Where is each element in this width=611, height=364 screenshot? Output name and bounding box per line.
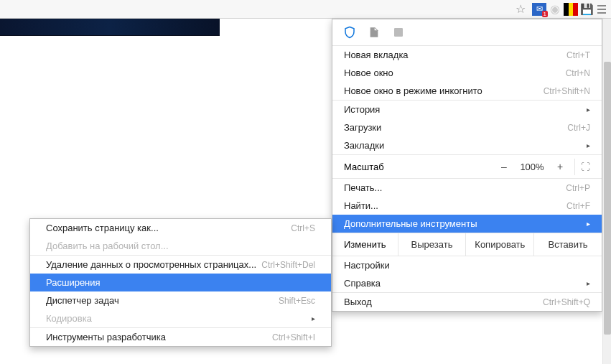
app-icon[interactable] — [391, 25, 406, 39]
save-extension-icon[interactable]: 💾 — [579, 2, 594, 17]
submenu-shortcut: Ctrl+S — [291, 223, 315, 233]
mail-badge: 1 — [542, 11, 548, 17]
fullscreen-icon[interactable]: ⛶ — [574, 159, 596, 175]
menu-find[interactable]: Найти... Ctrl+F — [332, 197, 602, 215]
submenu-encoding: Кодировка — [30, 309, 331, 327]
submenu-label: Сохранить страницу как... — [46, 223, 159, 233]
shield-icon[interactable] — [342, 25, 357, 39]
menu-label: Закладки — [344, 140, 384, 151]
submenu-add-desktop: Добавить на рабочий стол... — [30, 237, 331, 255]
copy-button[interactable]: Копировать — [465, 233, 533, 256]
submenu-devtools[interactable]: Инструменты разработчика Ctrl+Shift+I — [30, 328, 331, 346]
menu-label: Новое окно — [344, 67, 393, 78]
menu-shortcut: Ctrl+N — [566, 68, 590, 78]
submenu-label: Кодировка — [46, 313, 92, 324]
menu-zoom-row: Масштаб – 100% + ⛶ — [332, 155, 602, 178]
menu-downloads[interactable]: Загрузки Ctrl+J — [332, 118, 602, 136]
submenu-label: Удаление данных о просмотренных страница… — [46, 259, 256, 270]
menu-help[interactable]: Справка — [332, 274, 602, 292]
cut-button[interactable]: Вырезать — [398, 233, 466, 256]
submenu-shortcut: Ctrl+Shift+I — [272, 332, 315, 342]
menu-label: Загрузки — [344, 122, 381, 133]
more-tools-submenu: Сохранить страницу как... Ctrl+S Добавит… — [29, 218, 332, 347]
menu-label: История — [344, 104, 380, 115]
submenu-label: Инструменты разработчика — [46, 332, 166, 342]
menu-new-window[interactable]: Новое окно Ctrl+N — [332, 64, 602, 82]
menu-label: Найти... — [344, 200, 378, 211]
submenu-shortcut: Shift+Esc — [279, 296, 315, 306]
menu-label: Настройки — [344, 260, 390, 271]
menu-label: Справка — [344, 278, 381, 289]
browser-toolbar: ☆ ✉ 1 ◉ 💾 — [0, 0, 611, 19]
flag-extension-icon[interactable] — [564, 2, 578, 17]
mail-extension-icon[interactable]: ✉ 1 — [532, 3, 546, 16]
submenu-label: Диспетчер задач — [46, 295, 119, 306]
menu-exit[interactable]: Выход Ctrl+Shift+Q — [332, 293, 602, 311]
hamburger-menu-icon[interactable] — [595, 3, 608, 16]
vertical-scrollbar[interactable] — [602, 19, 611, 364]
submenu-label: Добавить на рабочий стол... — [46, 241, 169, 251]
submenu-extensions[interactable]: Расширения — [30, 274, 331, 291]
menu-shortcut: Ctrl+P — [566, 183, 590, 193]
menu-settings[interactable]: Настройки — [332, 256, 602, 274]
pdf-icon[interactable] — [367, 25, 381, 39]
menu-edit-row: Изменить Вырезать Копировать Вставить — [332, 233, 602, 256]
browser-main-menu: Новая вкладка Ctrl+T Новое окно Ctrl+N Н… — [332, 19, 602, 312]
submenu-task-manager[interactable]: Диспетчер задач Shift+Esc — [30, 291, 331, 309]
menu-shortcut: Ctrl+Shift+Q — [543, 297, 590, 307]
menu-print[interactable]: Печать... Ctrl+P — [332, 179, 602, 197]
menu-more-tools[interactable]: Дополнительные инструменты — [332, 215, 602, 233]
scrollbar-thumb[interactable] — [604, 62, 611, 335]
zoom-value: 100% — [514, 162, 550, 172]
menu-new-tab[interactable]: Новая вкладка Ctrl+T — [332, 46, 602, 64]
submenu-save-page[interactable]: Сохранить страницу как... Ctrl+S — [30, 219, 331, 237]
menu-bookmarks[interactable]: Закладки — [332, 136, 602, 154]
menu-label: Новая вкладка — [344, 50, 409, 60]
zoom-label: Масштаб — [344, 162, 494, 172]
paste-button[interactable]: Вставить — [533, 233, 602, 256]
menu-shortcut: Ctrl+F — [566, 201, 590, 211]
menu-shortcut: Ctrl+T — [566, 50, 590, 60]
zoom-in-button[interactable]: + — [550, 158, 570, 175]
menu-incognito[interactable]: Новое окно в режиме инкогнито Ctrl+Shift… — [332, 82, 602, 100]
star-icon[interactable]: ☆ — [513, 2, 528, 17]
menu-extension-row — [332, 19, 602, 45]
menu-history[interactable]: История — [332, 101, 602, 118]
menu-shortcut: Ctrl+J — [567, 123, 590, 133]
submenu-clear-browsing[interactable]: Удаление данных о просмотренных страница… — [30, 256, 331, 274]
submenu-shortcut: Ctrl+Shift+Del — [261, 260, 315, 270]
menu-label: Печать... — [344, 182, 382, 193]
svg-rect-0 — [394, 28, 403, 37]
menu-label: Новое окно в режиме инкогнито — [344, 85, 482, 96]
menu-label: Выход — [344, 297, 372, 307]
page-banner — [0, 19, 220, 36]
edit-label: Изменить — [332, 233, 398, 256]
zoom-out-button[interactable]: – — [494, 158, 514, 175]
globe-extension-icon[interactable]: ◉ — [548, 2, 562, 17]
menu-label: Дополнительные инструменты — [344, 218, 477, 229]
menu-shortcut: Ctrl+Shift+N — [544, 86, 590, 96]
submenu-label: Расширения — [46, 277, 101, 288]
